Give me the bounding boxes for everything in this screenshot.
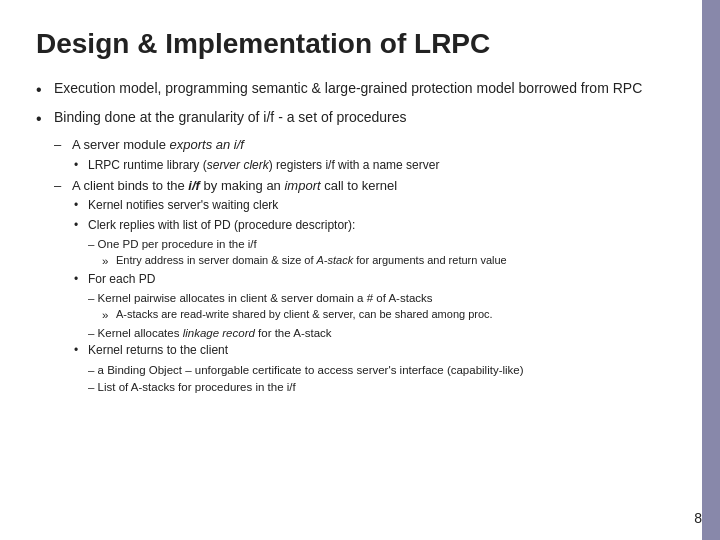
bullet-item-text-2-2-1-1: Entry address in server domain & size of…	[116, 253, 507, 268]
sub-dash-2-3-1-text: – Kernel pairwise allocates in client & …	[88, 290, 433, 306]
sub-dash-2-2-1: – One PD per procedure in the i/f	[88, 236, 684, 252]
sub-text-1-1: LRPC runtime library (server clerk) regi…	[88, 157, 439, 174]
sub-dash-2-2-1-text: – One PD per procedure in the i/f	[88, 236, 257, 252]
slide-content: • Execution model, programming semantic …	[36, 78, 684, 512]
right-bar	[702, 0, 720, 540]
sub-text-2-3: For each PD	[88, 271, 155, 288]
sub-dash-2-3-2: – Kernel allocates linkage record for th…	[88, 325, 684, 341]
bullet-item-2-3-1-1: » A-stacks are read-write shared by clie…	[102, 307, 684, 324]
sub-dot-2-1: •	[74, 197, 88, 214]
bullet-2: • Binding done at the granularity of i/f…	[36, 107, 684, 130]
sub-text-2-4: Kernel returns to the client	[88, 342, 228, 359]
sub-dash-2-4-2-text: – List of A-stacks for procedures in the…	[88, 379, 296, 395]
sub-dash-2-3-1: – Kernel pairwise allocates in client & …	[88, 290, 684, 306]
sub-dot-2-3: •	[74, 271, 88, 288]
sub-dash-2-4-2: – List of A-stacks for procedures in the…	[88, 379, 684, 395]
slide-title: Design & Implementation of LRPC	[36, 28, 684, 60]
bullet-sym-2-3-1-1: »	[102, 307, 116, 324]
sub-dash-2-3-2-text: – Kernel allocates linkage record for th…	[88, 325, 332, 341]
sub-dot-1-1: •	[74, 157, 88, 174]
dash-1-text: A server module exports an i/f	[72, 136, 244, 155]
bullet-1-text: Execution model, programming semantic & …	[54, 78, 642, 99]
bullet-2-text: Binding done at the granularity of i/f -…	[54, 107, 407, 128]
page-number: 8	[694, 510, 702, 526]
sub-text-2-2: Clerk replies with list of PD (procedure…	[88, 217, 355, 234]
dash-1: –	[54, 136, 72, 155]
sub-dash-2-4-1-text: – a Binding Object – unforgable certific…	[88, 362, 524, 378]
sub-bullet-2-2: • Clerk replies with list of PD (procedu…	[74, 217, 684, 234]
sub-section-container: – A server module exports an i/f • LRPC …	[54, 136, 684, 394]
sub-bullet-2-1: • Kernel notifies server's waiting clerk	[74, 197, 684, 214]
sub-bullet-2-3: • For each PD	[74, 271, 684, 288]
sub-bullet-2-4: • Kernel returns to the client	[74, 342, 684, 359]
sub-dot-2-2: •	[74, 217, 88, 234]
dash-item-1: – A server module exports an i/f	[54, 136, 684, 155]
sub-dot-2-4: •	[74, 342, 88, 359]
dash-item-2: – A client binds to the i/f by making an…	[54, 177, 684, 196]
bullet-2-dot: •	[36, 107, 54, 130]
bullet-1: • Execution model, programming semantic …	[36, 78, 684, 101]
bullet-item-text-2-3-1-1: A-stacks are read-write shared by client…	[116, 307, 493, 322]
sub-text-2-1: Kernel notifies server's waiting clerk	[88, 197, 278, 214]
bullet-1-dot: •	[36, 78, 54, 101]
dash-2: –	[54, 177, 72, 196]
bullet-item-2-2-1-1: » Entry address in server domain & size …	[102, 253, 684, 270]
sub-bullet-1-1: • LRPC runtime library (server clerk) re…	[74, 157, 684, 174]
dash-2-text: A client binds to the i/f by making an i…	[72, 177, 397, 196]
slide-container: Design & Implementation of LRPC • Execut…	[0, 0, 720, 540]
sub-dash-2-4-1: – a Binding Object – unforgable certific…	[88, 362, 684, 378]
bullet-sym-2-2-1-1: »	[102, 253, 116, 270]
